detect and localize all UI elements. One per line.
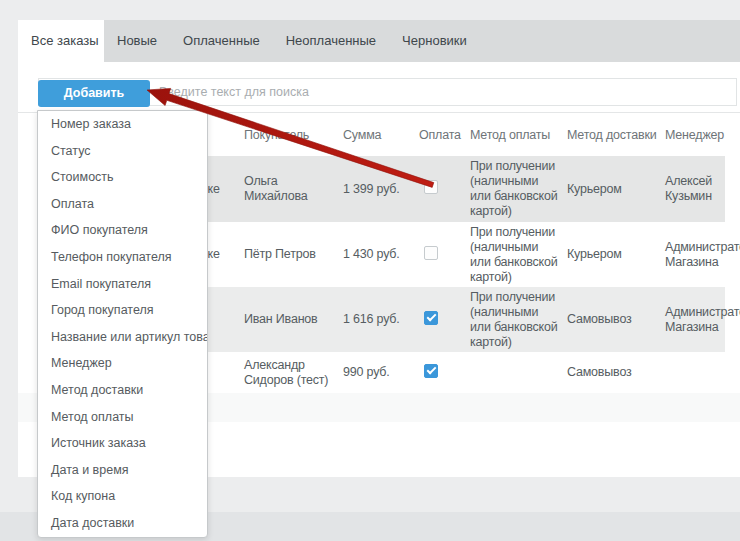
orders-admin-page: Все заказы Новые Оплаченные Неоплаченные… [0,0,740,541]
orders-tab-bar: Все заказы Новые Оплаченные Неоплаченные… [18,20,740,62]
filter-menu-item-delivery-date[interactable]: Дата доставки [38,510,207,537]
tab-paid[interactable]: Оплаченные [170,20,273,62]
cell-manager: Администратор Магазина [665,305,740,335]
filter-menu-item-buyer-city[interactable]: Город покупателя [38,297,207,324]
column-header-delivery-method: Метод доставки [567,128,665,142]
cell-delivery-method: Самовывоз [567,312,665,327]
cell-manager: Алексей Кузьмин [665,174,740,204]
filter-menu-item-payment[interactable]: Оплата [38,191,207,218]
column-header-payment-method: Метод оплаты [470,128,567,142]
filter-menu-item-buyer-phone[interactable]: Телефон покупателя [38,244,207,271]
add-filter-dropdown-menu: Номер заказа Статус Стоимость Оплата ФИО… [37,110,208,538]
filter-menu-item-status[interactable]: Статус [38,138,207,165]
column-header-manager: Менеджер [665,128,740,142]
cell-delivery-method: Курьером [567,247,665,262]
filter-menu-item-date-time[interactable]: Дата и время [38,457,207,484]
filter-menu-item-buyer-email[interactable]: Email покупателя [38,271,207,298]
cell-sum: 1 399 руб. [343,182,419,197]
column-header-buyer: Покупатель [244,128,343,142]
cell-delivery-method: Самовывоз [567,365,665,380]
cell-buyer: Ольга Михайлова [244,174,343,204]
cell-buyer: Иван Иванов [244,312,343,327]
tab-new[interactable]: Новые [104,20,170,62]
tab-drafts[interactable]: Черновики [389,20,480,62]
filter-menu-item-coupon-code[interactable]: Код купона [38,483,207,510]
paid-checkbox[interactable] [424,180,438,194]
column-header-paid: Оплата [419,128,470,142]
cell-delivery-method: Курьером [567,182,665,197]
cell-sum: 1 616 руб. [343,312,419,327]
cell-buyer: Александр Сидоров (тест) [244,358,343,388]
cell-payment-method: При получении (наличными или банковской … [470,225,567,285]
filter-menu-item-manager[interactable]: Менеджер [38,350,207,377]
tab-all-orders[interactable]: Все заказы [18,20,104,62]
filter-menu-item-product-name[interactable]: Название или артикул товара [38,324,207,351]
filter-menu-item-cost[interactable]: Стоимость [38,164,207,191]
filter-menu-item-delivery-method[interactable]: Метод доставки [38,377,207,404]
filter-menu-item-order-number[interactable]: Номер заказа [38,111,207,138]
cell-buyer: Пётр Петров [244,247,343,262]
paid-checkbox[interactable] [424,246,438,260]
cell-sum: 1 430 руб. [343,247,419,262]
filter-menu-item-order-source[interactable]: Источник заказа [38,430,207,457]
filter-menu-item-payment-method[interactable]: Метод оплаты [38,404,207,431]
paid-checkbox[interactable] [424,364,438,378]
cell-sum: 990 руб. [343,365,419,380]
add-filter-button[interactable]: Добавить фильтр▾ [38,80,150,107]
filter-menu-item-buyer-name[interactable]: ФИО покупателя [38,217,207,244]
cell-payment-method: При получении (наличными или банковской … [470,159,567,219]
cell-manager: Администратор Магазина [665,240,740,270]
column-header-sum: Сумма [343,128,419,142]
tab-unpaid[interactable]: Неоплаченные [273,20,389,62]
paid-checkbox[interactable] [424,311,438,325]
cell-payment-method: При получении (наличными или банковской … [470,290,567,350]
